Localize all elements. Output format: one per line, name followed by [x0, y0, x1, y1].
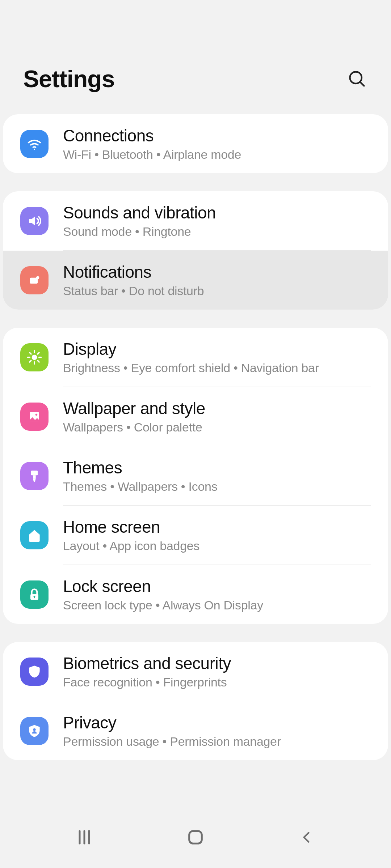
back-icon	[299, 829, 315, 845]
item-subtitle: Layout • App icon badges	[63, 539, 371, 553]
item-text: Wallpaper and styleWallpapers • Color pa…	[63, 399, 371, 434]
settings-group: ConnectionsWi-Fi • Bluetooth • Airplane …	[3, 114, 388, 173]
item-text: Lock screenScreen lock type • Always On …	[63, 576, 371, 612]
svg-point-5	[36, 276, 39, 279]
lock-icon-wrap	[20, 580, 49, 609]
home-icon-wrap	[20, 521, 49, 549]
item-text: PrivacyPermission usage • Permission man…	[63, 713, 371, 749]
bell-icon-wrap	[20, 266, 49, 294]
settings-item-homescreen[interactable]: Home screenLayout • App icon badges	[3, 506, 388, 565]
svg-rect-17	[31, 471, 38, 475]
recents-icon	[75, 828, 94, 847]
item-subtitle: Screen lock type • Always On Display	[63, 598, 371, 612]
item-text: ThemesThemes • Wallpapers • Icons	[63, 458, 371, 494]
item-text: Sounds and vibrationSound mode • Rington…	[63, 203, 371, 239]
header: Settings	[0, 0, 391, 114]
item-subtitle: Wi-Fi • Bluetooth • Airplane mode	[63, 148, 371, 162]
sun-icon	[26, 349, 42, 365]
svg-line-13	[30, 361, 31, 362]
wifi-icon	[26, 136, 42, 152]
svg-point-16	[35, 413, 38, 416]
svg-point-6	[32, 354, 37, 360]
settings-item-connections[interactable]: ConnectionsWi-Fi • Bluetooth • Airplane …	[3, 114, 388, 173]
back-button[interactable]	[292, 823, 321, 852]
home-icon	[26, 527, 42, 543]
item-title: Notifications	[63, 262, 371, 282]
speaker-icon-wrap	[20, 207, 49, 235]
svg-rect-26	[189, 831, 202, 844]
svg-line-11	[30, 352, 31, 354]
item-subtitle: Wallpapers • Color palette	[63, 420, 371, 434]
item-title: Sounds and vibration	[63, 203, 371, 222]
settings-item-privacy[interactable]: PrivacyPermission usage • Permission man…	[3, 701, 388, 760]
item-title: Biometrics and security	[63, 654, 371, 673]
item-subtitle: Themes • Wallpapers • Icons	[63, 480, 371, 494]
brush-icon	[26, 468, 42, 484]
search-icon	[348, 69, 366, 88]
home-button[interactable]	[181, 823, 210, 852]
search-button[interactable]	[346, 68, 368, 90]
settings-item-themes[interactable]: ThemesThemes • Wallpapers • Icons	[3, 446, 388, 505]
settings-item-lockscreen[interactable]: Lock screenScreen lock type • Always On …	[3, 565, 388, 624]
bell-icon	[26, 272, 42, 288]
settings-groups: ConnectionsWi-Fi • Bluetooth • Airplane …	[0, 114, 391, 760]
item-title: Connections	[63, 126, 371, 145]
item-title: Lock screen	[63, 576, 371, 596]
settings-item-display[interactable]: DisplayBrightness • Eye comfort shield •…	[3, 328, 388, 387]
item-title: Themes	[63, 458, 371, 477]
item-title: Wallpaper and style	[63, 399, 371, 418]
item-title: Display	[63, 339, 371, 359]
svg-rect-18	[33, 475, 35, 478]
svg-point-2	[34, 148, 35, 150]
item-subtitle: Status bar • Do not disturb	[63, 284, 371, 298]
item-title: Home screen	[63, 517, 371, 537]
item-subtitle: Brightness • Eye comfort shield • Naviga…	[63, 361, 371, 375]
item-subtitle: Face recognition • Fingerprints	[63, 675, 371, 689]
page-title: Settings	[23, 65, 114, 93]
item-text: ConnectionsWi-Fi • Bluetooth • Airplane …	[63, 126, 371, 162]
wifi-icon-wrap	[20, 130, 49, 158]
settings-group: Biometrics and securityFace recognition …	[3, 642, 388, 760]
svg-marker-3	[29, 216, 35, 226]
item-text: NotificationsStatus bar • Do not disturb	[63, 262, 371, 298]
image-icon	[26, 409, 42, 425]
sun-icon-wrap	[20, 343, 49, 371]
privacy-icon	[26, 723, 42, 739]
shield-icon-wrap	[20, 658, 49, 686]
brush-icon-wrap	[20, 462, 49, 490]
item-text: Home screenLayout • App icon badges	[63, 517, 371, 553]
item-text: DisplayBrightness • Eye comfort shield •…	[63, 339, 371, 375]
svg-line-1	[360, 82, 364, 86]
lock-icon	[26, 587, 42, 603]
navigation-bar	[0, 807, 391, 868]
settings-group: Sounds and vibrationSound mode • Rington…	[3, 191, 388, 310]
svg-point-22	[33, 728, 35, 731]
shield-icon	[26, 664, 42, 680]
settings-item-wallpaper[interactable]: Wallpaper and styleWallpapers • Color pa…	[3, 387, 388, 446]
item-subtitle: Sound mode • Ringtone	[63, 225, 371, 239]
settings-item-sounds[interactable]: Sounds and vibrationSound mode • Rington…	[3, 191, 388, 250]
item-title: Privacy	[63, 713, 371, 732]
item-text: Biometrics and securityFace recognition …	[63, 654, 371, 689]
settings-item-biometrics[interactable]: Biometrics and securityFace recognition …	[3, 642, 388, 701]
speaker-icon	[26, 213, 42, 229]
home-nav-icon	[186, 828, 205, 847]
svg-rect-21	[34, 596, 35, 598]
svg-line-14	[38, 352, 39, 354]
recents-button[interactable]	[70, 823, 99, 852]
image-icon-wrap	[20, 403, 49, 431]
item-subtitle: Permission usage • Permission manager	[63, 735, 371, 749]
settings-group: DisplayBrightness • Eye comfort shield •…	[3, 328, 388, 624]
svg-line-12	[38, 361, 39, 362]
settings-item-notifications[interactable]: NotificationsStatus bar • Do not disturb	[3, 251, 388, 310]
settings-page: Settings ConnectionsWi-Fi • Bluetooth • …	[0, 0, 391, 868]
privacy-icon-wrap	[20, 717, 49, 745]
